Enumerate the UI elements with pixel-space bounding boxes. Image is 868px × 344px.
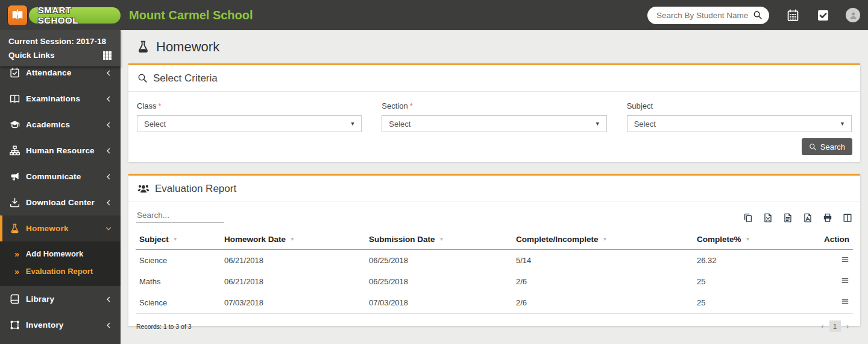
quick-links-label: Quick Links	[8, 50, 55, 61]
chevron-down-icon	[105, 226, 112, 232]
required-mark: *	[159, 101, 162, 110]
column-header-submission-date[interactable]: Submission Date▼	[365, 229, 512, 250]
pagination-next[interactable]: ›	[843, 322, 852, 331]
logo-text: SMART SCHOOL	[29, 7, 121, 24]
school-name: Mount Carmel School	[129, 8, 253, 22]
submenu-item-evaluation-report[interactable]: » Evaluation Report	[0, 263, 121, 280]
chevron-left-icon	[105, 296, 112, 302]
column-header-complete-incomplete[interactable]: Complete/Incomplete▼	[512, 229, 693, 250]
cell-subject: Science	[136, 250, 221, 272]
chevron-left-icon	[105, 70, 112, 76]
field-label-text: Subject	[627, 101, 653, 110]
column-header-complete-percent[interactable]: Complete%▼	[693, 229, 817, 250]
search-icon	[137, 73, 148, 83]
calendar-icon[interactable]	[787, 9, 799, 22]
pagination: ‹ 1 ›	[817, 320, 852, 332]
class-select-value: Select	[144, 119, 166, 129]
print-icon[interactable]	[823, 213, 832, 223]
user-avatar[interactable]	[846, 8, 860, 22]
search-button[interactable]: Search	[802, 138, 852, 155]
quick-links-row: Quick Links	[8, 50, 112, 61]
export-toolbar	[733, 213, 852, 223]
evaluation-report-panel: Evaluation Report	[128, 174, 860, 326]
section-select-value: Select	[389, 119, 410, 129]
column-label: Complete%	[697, 235, 741, 244]
cell-homework-date: 06/21/2018	[221, 250, 365, 272]
app-logo[interactable]: SMART SCHOOL	[0, 5, 121, 25]
subject-label: Subject	[627, 101, 852, 110]
column-header-subject[interactable]: Subject▼	[136, 229, 221, 250]
table-row: Science 07/03/2018 07/03/2018 2/6 25	[136, 292, 853, 314]
field-label-text: Section	[382, 101, 407, 110]
sidebar-item-inventory[interactable]: Inventory	[0, 312, 121, 338]
table-row: Maths 06/21/2018 06/25/2018 2/6 25	[136, 271, 853, 292]
class-label: Class*	[137, 101, 362, 110]
users-icon	[137, 183, 149, 194]
sidebar-item-academics[interactable]: Academics	[0, 112, 121, 138]
page-title: Homework	[121, 30, 868, 63]
column-label: Submission Date	[369, 235, 435, 244]
row-action-menu-icon[interactable]	[841, 255, 849, 264]
csv-icon[interactable]	[783, 213, 793, 223]
table-search-input[interactable]	[136, 209, 224, 223]
columns-icon[interactable]	[843, 213, 852, 223]
subject-field: Subject Select ▼	[627, 101, 852, 132]
submenu-item-add-homework[interactable]: » Add Homework	[0, 245, 121, 263]
cell-complete-incomplete: 2/6	[512, 292, 693, 314]
student-search-input[interactable]	[656, 11, 753, 20]
book-icon	[10, 294, 20, 304]
table-row: Science 06/21/2018 06/25/2018 5/14 26.32	[136, 250, 853, 272]
sidebar-item-download-center[interactable]: Download Center	[0, 190, 121, 215]
subject-select-value: Select	[634, 119, 656, 129]
excel-icon[interactable]	[763, 213, 773, 223]
sort-caret-icon: ▼	[746, 237, 750, 242]
submenu-item-label: Evaluation Report	[26, 267, 93, 276]
section-select[interactable]: Select ▼	[382, 115, 606, 132]
book-open-icon	[10, 94, 20, 104]
report-footer: Records: 1 to 3 of 3 ‹ 1 ›	[128, 314, 860, 332]
box-icon	[10, 320, 20, 330]
cell-subject: Science	[136, 292, 221, 314]
pdf-icon[interactable]	[803, 213, 813, 223]
search-icon	[809, 143, 817, 151]
sidebar-item-label: Download Center	[26, 198, 105, 207]
topbar-actions	[647, 7, 868, 24]
pagination-prev[interactable]: ‹	[817, 322, 827, 331]
sort-caret-icon: ▼	[439, 237, 444, 242]
select-criteria-header: Select Criteria	[128, 65, 860, 92]
chevron-left-icon	[105, 122, 112, 128]
graduation-cap-icon	[10, 119, 20, 130]
evaluation-report-header: Evaluation Report	[128, 176, 860, 202]
section-field: Section* Select ▼	[382, 101, 606, 132]
sidebar-item-label: Human Resource	[26, 146, 105, 155]
evaluation-report-table: Subject▼ Homework Date▼ Submission Date▼…	[136, 229, 853, 314]
caret-down-icon: ▼	[840, 121, 845, 127]
search-icon[interactable]	[753, 10, 763, 20]
column-label: Homework Date	[224, 235, 286, 244]
subject-select[interactable]: Select ▼	[627, 115, 852, 132]
sidebar-item-transport[interactable]: Transport	[0, 338, 121, 344]
sidebar-item-library[interactable]: Library	[0, 286, 121, 312]
homework-submenu: » Add Homework » Evaluation Report	[0, 241, 121, 286]
student-search[interactable]	[647, 7, 769, 24]
sidebar-item-human-resource[interactable]: Human Resource	[0, 138, 121, 164]
row-action-menu-icon[interactable]	[841, 276, 849, 285]
top-bar: SMART SCHOOL Mount Carmel School	[0, 0, 868, 30]
class-select[interactable]: Select ▼	[137, 115, 362, 132]
sidebar-item-homework[interactable]: Homework	[0, 215, 121, 241]
task-check-icon[interactable]	[817, 9, 829, 22]
caret-down-icon: ▼	[350, 121, 355, 127]
cell-complete-percent: 26.32	[693, 250, 817, 272]
grid-icon[interactable]	[102, 51, 112, 60]
sidebar-item-communicate[interactable]: Communicate	[0, 164, 121, 190]
sort-caret-icon: ▼	[290, 237, 295, 242]
column-header-homework-date[interactable]: Homework Date▼	[221, 229, 365, 250]
copy-icon[interactable]	[743, 213, 753, 223]
pagination-page-1[interactable]: 1	[829, 320, 841, 332]
select-criteria-title: Select Criteria	[153, 72, 218, 84]
records-count: Records: 1 to 3 of 3	[136, 323, 192, 330]
sidebar-item-examinations[interactable]: Examinations	[0, 86, 121, 112]
sidebar-item-label: Academics	[26, 120, 105, 129]
report-toolbar	[128, 202, 860, 228]
row-action-menu-icon[interactable]	[841, 298, 849, 306]
